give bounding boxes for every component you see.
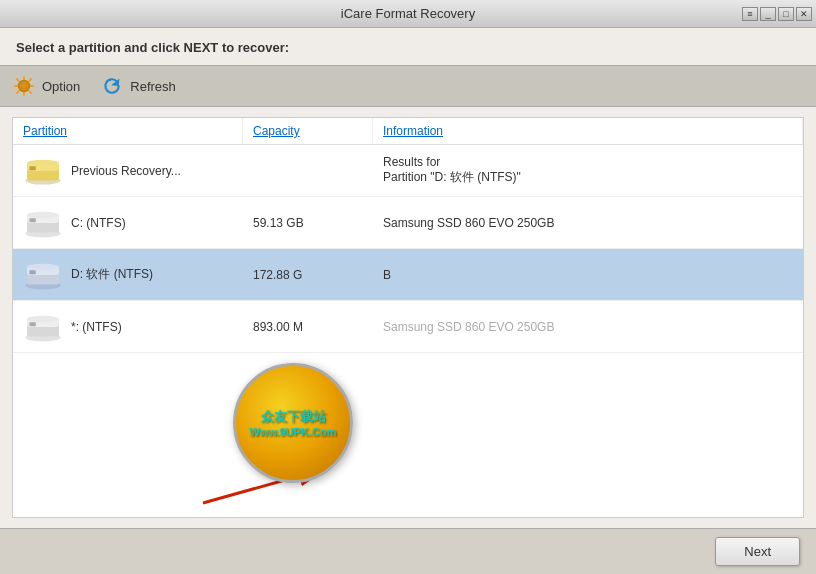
capacity-value: 893.00 M <box>253 320 303 334</box>
svg-rect-16 <box>29 270 35 274</box>
disk-icon-yellow <box>23 153 63 189</box>
refresh-icon <box>100 74 124 98</box>
svg-rect-11 <box>29 218 35 222</box>
restore-button[interactable]: □ <box>778 7 794 21</box>
table-row[interactable]: D: 软件 (NTFS) 172.88 G B <box>13 249 803 301</box>
capacity-value: 59.13 GB <box>253 216 304 230</box>
partition-name: Previous Recovery... <box>71 164 181 178</box>
disk-icon-gray <box>23 309 63 345</box>
option-button[interactable]: Option <box>12 74 80 98</box>
refresh-button[interactable]: Refresh <box>100 74 176 98</box>
capacity-cell: 172.88 G <box>243 262 373 288</box>
capacity-cell: 893.00 M <box>243 314 373 340</box>
info-value: B <box>383 268 391 282</box>
capacity-value: 172.88 G <box>253 268 302 282</box>
column-capacity[interactable]: Capacity <box>243 118 373 144</box>
watermark-text1: 众友下载站 <box>261 408 326 426</box>
table-header: Partition Capacity Information <box>13 118 803 145</box>
partition-cell: D: 软件 (NTFS) <box>13 251 243 299</box>
watermark-circle: 众友下载站 Www.9UPK.Com <box>233 363 353 483</box>
disk-icon-gray <box>23 205 63 241</box>
close-button[interactable]: ✕ <box>796 7 812 21</box>
window-controls[interactable]: ≡ _ □ ✕ <box>742 7 812 21</box>
info-value: Samsung SSD 860 EVO 250GB <box>383 216 554 230</box>
partition-cell: Previous Recovery... <box>13 147 243 195</box>
info-value: Results forPartition "D: 软件 (NTFS)" <box>383 155 521 186</box>
capacity-cell <box>243 165 373 177</box>
main-content: Select a partition and click NEXT to rec… <box>0 28 816 574</box>
info-cell: Results forPartition "D: 软件 (NTFS)" <box>373 149 803 192</box>
option-label: Option <box>42 79 80 94</box>
column-partition[interactable]: Partition <box>13 118 243 144</box>
partition-cell: *: (NTFS) <box>13 303 243 351</box>
next-button[interactable]: Next <box>715 537 800 566</box>
svg-rect-6 <box>29 166 35 170</box>
info-cell: Samsung SSD 860 EVO 250GB <box>373 314 803 340</box>
svg-point-17 <box>27 263 59 269</box>
instruction-text: Select a partition and click NEXT to rec… <box>0 28 816 65</box>
svg-rect-21 <box>29 322 35 326</box>
svg-point-7 <box>27 159 59 165</box>
table-row[interactable]: *: (NTFS) 893.00 M Samsung SSD 860 EVO 2… <box>13 301 803 353</box>
info-cell: B <box>373 262 803 288</box>
table-body: Previous Recovery... Results forPartitio… <box>13 145 803 353</box>
menu-button[interactable]: ≡ <box>742 7 758 21</box>
capacity-cell: 59.13 GB <box>243 210 373 236</box>
info-value: Samsung SSD 860 EVO 250GB <box>383 320 554 334</box>
refresh-label: Refresh <box>130 79 176 94</box>
svg-line-24 <box>203 468 328 503</box>
partition-name: D: 软件 (NTFS) <box>71 266 153 283</box>
partition-name: C: (NTFS) <box>71 216 126 230</box>
minimize-button[interactable]: _ <box>760 7 776 21</box>
table-row[interactable]: Previous Recovery... Results forPartitio… <box>13 145 803 197</box>
bottom-bar: Next <box>0 528 816 574</box>
disk-icon-gray <box>23 257 63 293</box>
watermark-text2: Www.9UPK.Com <box>250 426 337 438</box>
info-cell: Samsung SSD 860 EVO 250GB <box>373 210 803 236</box>
arrow-indicator <box>193 448 353 518</box>
column-information[interactable]: Information <box>373 118 803 144</box>
partition-name: *: (NTFS) <box>71 320 122 334</box>
partition-cell: C: (NTFS) <box>13 199 243 247</box>
toolbar: Option Refresh <box>0 65 816 107</box>
partition-table: Partition Capacity Information Previous … <box>12 117 804 518</box>
title-bar: iCare Format Recovery ≡ _ □ ✕ <box>0 0 816 28</box>
svg-point-12 <box>27 211 59 217</box>
watermark: 众友下载站 Www.9UPK.Com <box>233 363 353 483</box>
table-row[interactable]: C: (NTFS) 59.13 GB Samsung SSD 860 EVO 2… <box>13 197 803 249</box>
window-title: iCare Format Recovery <box>341 6 475 21</box>
svg-point-2 <box>22 84 27 89</box>
svg-point-22 <box>27 315 59 321</box>
gear-icon <box>12 74 36 98</box>
